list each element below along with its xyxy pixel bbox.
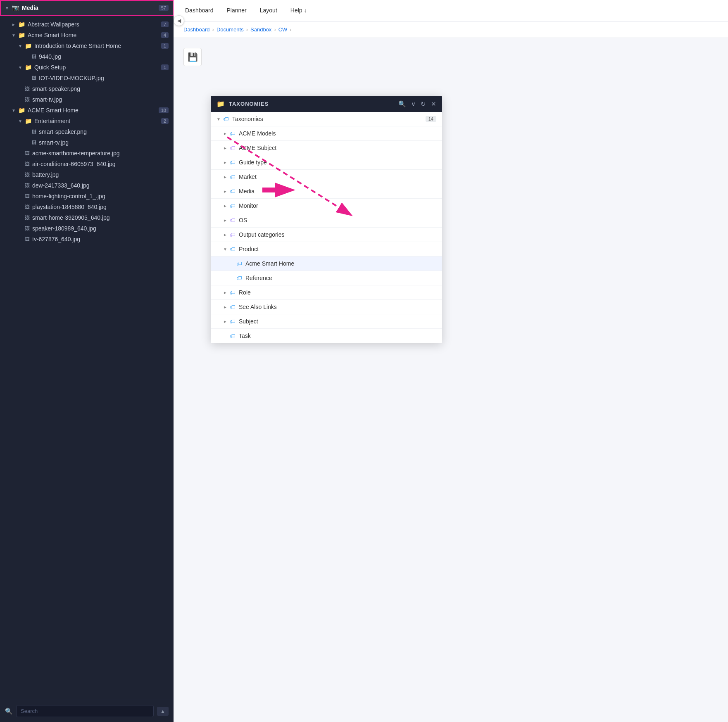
tag-icon-acme-models: 🏷: [230, 130, 236, 137]
tax-item-acme-subject[interactable]: ► 🏷 ACME Subject: [211, 141, 442, 155]
acme-sh2-label: ACME Smart Home: [28, 107, 155, 114]
image-icon-tv: 🖼: [25, 236, 30, 242]
sidebar-item-speaker[interactable]: 🖼 speaker-180989_640.jpg: [0, 223, 174, 234]
tag-icon-output-cats: 🏷: [230, 231, 236, 238]
dew-label: dew-2417333_640.jpg: [32, 182, 169, 189]
sidebar-item-home-lighting[interactable]: 🖼 home-lighting-control_1_.jpg: [0, 191, 174, 202]
nav-help[interactable]: Help ↓: [289, 0, 309, 21]
image-icon-battery: 🖼: [25, 172, 30, 178]
sidebar-item-acme-smart-home[interactable]: ▼ 📁 Acme Smart Home 4: [0, 30, 174, 40]
chevron-down-icon-tax[interactable]: ∨: [411, 100, 416, 108]
sidebar-item-smart-tv-2[interactable]: 🖼 smart-tv.jpg: [0, 137, 174, 148]
tag-icon-acme-sh-tax: 🏷: [236, 260, 242, 267]
tax-item-reference[interactable]: 🏷 Reference: [211, 271, 442, 285]
folder-icon-quick: 📁: [25, 64, 32, 71]
tv-label: tv-627876_640.jpg: [32, 236, 169, 242]
intro-acme-arrow: ▼: [18, 44, 25, 48]
refresh-icon-tax[interactable]: ↻: [421, 100, 426, 108]
tax-item-acme-models[interactable]: ► 🏷 ACME Models: [211, 126, 442, 141]
nav-dashboard[interactable]: Dashboard: [183, 0, 215, 21]
sidebar-item-battery[interactable]: 🖼 battery.jpg: [0, 169, 174, 180]
quick-setup-arrow: ▼: [18, 65, 25, 70]
tag-icon-os: 🏷: [230, 217, 236, 223]
sidebar-item-acme-smarthome-temp[interactable]: 🖼 acme-smarthome-temperature.jpg: [0, 148, 174, 159]
sidebar-item-smart-home[interactable]: 🖼 smart-home-3920905_640.jpg: [0, 212, 174, 223]
tax-item-task[interactable]: 🏷 Task: [211, 329, 442, 343]
folder-icon-acme-sh2: 📁: [18, 107, 25, 114]
tax-item-os[interactable]: ► 🏷 OS: [211, 213, 442, 228]
smart-speaker-1-label: smart-speaker.png: [32, 86, 169, 92]
top-nav: Dashboard Planner Layout Help ↓: [174, 0, 728, 21]
tax-item-see-also[interactable]: ► 🏷 See Also Links: [211, 300, 442, 314]
smart-speaker-2-label: smart-speaker.png: [39, 128, 169, 135]
sidebar-item-9440[interactable]: 🖼 9440.jpg: [0, 51, 174, 62]
taxonomies-title: TAXONOMIES: [229, 101, 394, 107]
abstract-arrow: ►: [12, 22, 18, 27]
sidebar-media-label: Media: [22, 5, 155, 11]
sidebar: ▼ 📷 Media 57 ► 📁 Abstract Wallpapers 7 ▼…: [0, 0, 174, 722]
acme-sh-tax-label: Acme Smart Home: [245, 260, 436, 267]
sidebar-item-tv[interactable]: 🖼 tv-627876_640.jpg: [0, 234, 174, 245]
sidebar-item-acme-smart-home-2[interactable]: ▼ 📁 ACME Smart Home 10: [0, 105, 174, 116]
tag-icon-subject: 🏷: [230, 318, 236, 325]
sidebar-media-header[interactable]: ▼ 📷 Media 57: [0, 0, 174, 16]
nav-layout[interactable]: Layout: [258, 0, 279, 21]
taxonomies-body: ▼ 🏷 Taxonomies 14 ► 🏷 ACME Models ► 🏷 AC…: [211, 112, 442, 343]
tax-item-guide-type[interactable]: ► 🏷 Guide type: [211, 155, 442, 170]
role-arrow: ►: [223, 290, 230, 295]
sidebar-item-air-conditioner[interactable]: 🖼 air-conditioner-6605973_640.jpg: [0, 159, 174, 169]
breadcrumb-documents[interactable]: Documents: [216, 26, 244, 33]
tag-icon-task: 🏷: [230, 332, 236, 339]
sidebar-item-playstation[interactable]: 🖼 playstation-1845880_640.jpg: [0, 202, 174, 212]
folder-icon-intro: 📁: [25, 43, 32, 49]
tax-item-root[interactable]: ▼ 🏷 Taxonomies 14: [211, 112, 442, 126]
tax-item-output-cats[interactable]: ► 🏷 Output categories: [211, 228, 442, 242]
image-icon-smart-speaker-1: 🖼: [25, 86, 30, 92]
chevron-up-button[interactable]: ▲: [157, 707, 169, 716]
tax-item-subject[interactable]: ► 🏷 Subject: [211, 314, 442, 329]
search-input[interactable]: [16, 705, 154, 717]
tax-item-acme-smart-home[interactable]: 🏷 Acme Smart Home: [211, 256, 442, 271]
sidebar-item-iot-video[interactable]: 🖼 IOT-VIDEO-MOCKUP.jpg: [0, 73, 174, 83]
acme-sh2-arrow: ▼: [12, 108, 18, 113]
sidebar-item-dew[interactable]: 🖼 dew-2417333_640.jpg: [0, 180, 174, 191]
search-icon-tax[interactable]: 🔍: [398, 100, 406, 108]
breadcrumb-cw[interactable]: CW: [278, 26, 288, 33]
image-icon-playstation: 🖼: [25, 204, 30, 210]
image-icon-smart-tv-2: 🖼: [31, 140, 36, 145]
folder-icon-acme-sh: 📁: [18, 32, 25, 38]
nav-planner[interactable]: Planner: [225, 0, 248, 21]
sidebar-item-quick-setup[interactable]: ▼ 📁 Quick Setup 1: [0, 62, 174, 73]
sidebar-item-entertainment[interactable]: ▼ 📁 Entertainment 2: [0, 116, 174, 126]
sidebar-item-abstract-wallpapers[interactable]: ► 📁 Abstract Wallpapers 7: [0, 19, 174, 30]
breadcrumb-dashboard[interactable]: Dashboard: [183, 26, 210, 33]
battery-label: battery.jpg: [32, 171, 169, 178]
market-label: Market: [239, 173, 436, 180]
sidebar-item-smart-tv-1[interactable]: 🖼 smart-tv.jpg: [0, 94, 174, 105]
close-icon-tax[interactable]: ✕: [431, 100, 436, 108]
sidebar-collapse-button[interactable]: ◀: [174, 15, 184, 26]
sidebar-item-smart-speaker-1[interactable]: 🖼 smart-speaker.png: [0, 83, 174, 94]
image-icon-temp: 🖼: [25, 150, 30, 156]
entertainment-arrow: ▼: [18, 119, 25, 124]
tax-item-media-tax[interactable]: ► 🏷 Media: [211, 184, 442, 199]
smart-tv-2-label: smart-tv.jpg: [39, 139, 169, 146]
camera-icon: 📷: [12, 4, 19, 12]
product-label: Product: [239, 246, 436, 252]
subject-label: Subject: [239, 318, 436, 325]
os-label: OS: [239, 217, 436, 223]
tax-item-product[interactable]: ▼ 🏷 Product: [211, 242, 442, 256]
tax-item-monitor[interactable]: ► 🏷 Monitor: [211, 199, 442, 213]
sidebar-item-smart-speaker-2[interactable]: 🖼 smart-speaker.png: [0, 126, 174, 137]
tag-icon-media-tax: 🏷: [230, 188, 236, 195]
tax-item-role[interactable]: ► 🏷 Role: [211, 285, 442, 300]
abstract-badge: 7: [161, 21, 169, 27]
acme-sh-arrow: ▼: [12, 33, 18, 38]
playstation-label: playstation-1845880_640.jpg: [32, 204, 169, 210]
tax-item-market[interactable]: ► 🏷 Market: [211, 170, 442, 184]
acme-subject-label: ACME Subject: [239, 145, 436, 151]
sidebar-item-intro-acme[interactable]: ▼ 📁 Introduction to Acme Smart Home 1: [0, 40, 174, 51]
breadcrumb-sandbox[interactable]: Sandbox: [250, 26, 271, 33]
breadcrumb-trailing-sep: ›: [290, 26, 291, 33]
main-content: Dashboard Planner Layout Help ↓ Dashboar…: [174, 0, 728, 722]
